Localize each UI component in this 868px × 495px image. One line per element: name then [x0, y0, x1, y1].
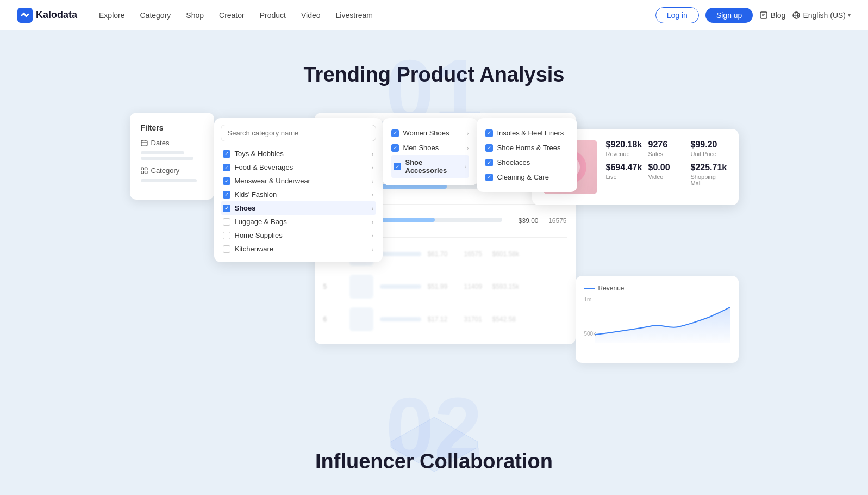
checkbox-cleaning: ✓: [485, 174, 493, 181]
dates-filter[interactable]: Dates: [141, 139, 203, 160]
cat-item-toys[interactable]: ✓ Toys & Hobbies ›: [221, 147, 376, 160]
nav-product[interactable]: Product: [260, 11, 286, 20]
chart-area: 1m 500k: [584, 296, 730, 345]
sub-label-insoles: Insoles & Heel Liners: [497, 129, 564, 137]
y-label-top: 1m: [584, 296, 592, 302]
chevron-right-icon-4: ›: [372, 191, 374, 198]
filters-panel: Filters Dates: [130, 113, 214, 200]
filters-title: Filters: [141, 123, 203, 132]
legend-label: Revenue: [598, 284, 625, 292]
sub-label-horns: Shoe Horns & Trees: [497, 144, 561, 152]
signup-button[interactable]: Sign up: [705, 8, 753, 23]
blog-link[interactable]: Blog: [759, 11, 785, 20]
lang-label: English (US): [803, 11, 846, 20]
sub-item-laces[interactable]: ✓ Shoelaces: [485, 155, 569, 170]
video-label: Video: [648, 174, 685, 180]
chevron-right-icon-5: ›: [372, 205, 374, 212]
category-dropdown: ✓ Toys & Hobbies › ✓ Food & Beverages › …: [214, 118, 383, 262]
stats-grid-row1: $920.18k Revenue 9276 Sales $99.20 Unit …: [606, 140, 728, 157]
bottom-title: Influencer Collaboration: [11, 428, 857, 473]
chevron-right-icon: ›: [372, 151, 374, 157]
cat-label-food: Food & Beverages: [235, 163, 294, 171]
bottom-section: 02 Influencer Collaboration: [0, 395, 868, 495]
sub-item-men[interactable]: ✓ Men Shoes ›: [391, 140, 469, 155]
cat-item-kids[interactable]: ✓ Kids' Fashion ›: [221, 188, 376, 201]
cat-label-kitchen: Kitchenware: [235, 245, 274, 253]
category-filter[interactable]: Category: [141, 166, 203, 182]
nav-explore[interactable]: Explore: [99, 11, 124, 20]
checkbox-men-shoes: ✓: [391, 144, 399, 152]
cat-label-home: Home Supplies: [235, 231, 283, 239]
language-selector[interactable]: English (US) ▾: [792, 11, 851, 20]
checkbox-luggage: [223, 218, 230, 226]
chart-legend: Revenue: [584, 284, 730, 292]
navbar: Kalodata Explore Category Shop Creator P…: [0, 0, 868, 30]
checkbox-toys: ✓: [223, 150, 230, 158]
category-search-input[interactable]: [221, 125, 376, 141]
checkbox-kitchen: [223, 245, 230, 253]
sub-item-women[interactable]: ✓ Women Shoes ›: [391, 126, 469, 140]
cat-item-mens[interactable]: ✓ Menswear & Underwear ›: [221, 174, 376, 188]
chevron-right-icon-8: ›: [372, 246, 374, 252]
nav-video[interactable]: Video: [301, 11, 321, 20]
cat-label-shoes: Shoes: [235, 204, 256, 212]
cat-item-food[interactable]: ✓ Food & Beverages ›: [221, 160, 376, 174]
revenue-svg: [595, 302, 730, 343]
live-label: Live: [606, 174, 643, 180]
cat-item-home[interactable]: Home Supplies ›: [221, 228, 376, 242]
unit-price-label: Unit Price: [691, 151, 728, 157]
nav-links: Explore Category Shop Creator Product Vi…: [99, 11, 655, 20]
stat-video: $0.00 Video: [648, 163, 685, 187]
shopping-mall-label: Shopping Mall: [691, 174, 728, 187]
content-area: Filters Dates: [108, 113, 760, 374]
chevron-right-icon-3: ›: [372, 178, 374, 184]
shoes-subcategory-panel: ✓ Women Shoes › ✓ Men Shoes › ✓ Shoe Acc…: [383, 118, 478, 185]
stat-revenue: $920.18k Revenue: [606, 140, 643, 157]
checkbox-shoe-acc: ✓: [394, 163, 401, 170]
cat-item-kitchen[interactable]: Kitchenware ›: [221, 242, 376, 256]
checkbox-shoes: ✓: [223, 205, 230, 212]
sub-item-horns[interactable]: ✓ Shoe Horns & Trees: [485, 140, 569, 155]
category-list: ✓ Toys & Hobbies › ✓ Food & Beverages › …: [221, 147, 376, 256]
checkbox-women: ✓: [391, 129, 399, 137]
checkbox-horns: ✓: [485, 144, 493, 152]
stat-shopping-mall: $225.71k Shopping Mall: [691, 163, 728, 187]
sub-item-shoe-acc[interactable]: ✓ Shoe Accessories ›: [391, 155, 469, 178]
svg-rect-1: [760, 12, 767, 18]
svg-rect-14: [145, 171, 147, 174]
checkbox-home: [223, 232, 230, 239]
nav-shop[interactable]: Shop: [186, 11, 204, 20]
logo[interactable]: Kalodata: [17, 8, 77, 23]
login-button[interactable]: Log in: [655, 7, 699, 23]
blurred-row-5: 5 $51.99 11409 $593.15k: [323, 270, 567, 303]
cat-item-shoes[interactable]: ✓ Shoes ›: [221, 201, 376, 215]
y-label-mid: 500k: [584, 331, 596, 337]
chevron-right-shoe-acc: ›: [465, 163, 467, 170]
checkbox-kids: ✓: [223, 191, 230, 199]
logo-icon: [17, 8, 33, 23]
category-bar: [141, 179, 197, 182]
product-bar-3: [380, 218, 502, 224]
chevron-right-icon-7: ›: [372, 232, 374, 239]
nav-livestream[interactable]: Livestream: [336, 11, 373, 20]
live-value: $694.47k: [606, 163, 643, 172]
sub-item-cleaning[interactable]: ✓ Cleaning & Care: [485, 170, 569, 184]
revenue-value: $920.18k: [606, 140, 643, 150]
stat-live: $694.47k Live: [606, 163, 643, 187]
sub-item-insoles[interactable]: ✓ Insoles & Heel Liners: [485, 126, 569, 140]
sub-label-men: Men Shoes: [403, 144, 439, 152]
shopping-mall-value: $225.71k: [691, 163, 728, 172]
grid-icon: [141, 167, 148, 174]
nav-creator[interactable]: Creator: [219, 11, 245, 20]
cat-item-luggage[interactable]: Luggage & Bags ›: [221, 215, 376, 228]
dates-bar: [141, 151, 185, 154]
nav-category[interactable]: Category: [140, 11, 171, 20]
globe-icon: [792, 11, 801, 20]
sub-label-cleaning: Cleaning & Care: [497, 173, 549, 181]
checkbox-laces: ✓: [485, 159, 493, 166]
cat-label-toys: Toys & Hobbies: [235, 150, 284, 158]
dates-bar-2: [141, 157, 194, 160]
legend-line: [584, 288, 595, 289]
chevron-right-women: ›: [467, 130, 469, 137]
checkbox-food: ✓: [223, 164, 230, 171]
